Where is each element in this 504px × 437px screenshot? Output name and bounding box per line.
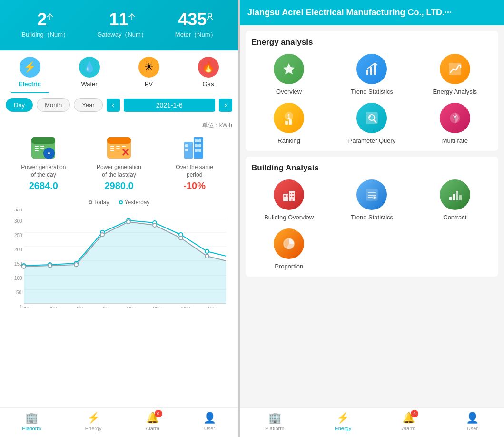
left-nav-alarm[interactable]: 🔔 0 Alarm — [146, 412, 159, 431]
year-button[interactable]: Year — [74, 98, 102, 112]
svg-rect-14 — [110, 148, 114, 149]
date-display: 2021-1-6 — [124, 99, 215, 112]
svg-rect-72 — [366, 70, 368, 75]
svg-rect-103 — [449, 197, 452, 200]
svg-rect-91 — [290, 193, 291, 194]
right-header-title: Jiangsu Acrel Electrical Manufacturing C… — [247, 8, 452, 18]
right-nav-user[interactable]: 👤 User — [466, 412, 479, 431]
menu-parameter-query[interactable]: Parameter Query — [334, 103, 409, 144]
svg-rect-24 — [185, 149, 188, 151]
multi-rate-icon: ¥ — [440, 103, 470, 133]
building-label: Building（Num） — [21, 30, 69, 39]
svg-text:0时: 0时 — [24, 307, 31, 308]
chart-svg: 0 50 100 150 200 250 300 350 — [6, 209, 232, 308]
building-analysis-title: Building Analysis — [251, 163, 493, 173]
period-label: Over the sameperiod — [157, 164, 232, 179]
left-nav-platform[interactable]: 🏢 Platlorm — [22, 412, 41, 431]
svg-rect-25 — [195, 139, 198, 142]
svg-text:350: 350 — [14, 209, 22, 212]
lastday-label: Power generationof the lastday — [81, 164, 157, 179]
svg-rect-29 — [195, 149, 198, 152]
today-value: 2684.0 — [6, 180, 81, 191]
gas-icon: 🔥 — [198, 57, 219, 78]
energy-analysis-label: Energy Analysis — [433, 88, 477, 95]
right-bottom-nav: 🏢 Platlorm ⚡ Energy 🔔 0 Alarm 👤 User — [240, 407, 504, 437]
day-button[interactable]: Day — [6, 98, 33, 112]
svg-text:100: 100 — [14, 276, 22, 281]
pv-label: PV — [145, 80, 153, 88]
energy-type-row: ⚡ Electric 💧 Water ☀ PV 🔥 Gas — [0, 50, 238, 93]
menu-multi-rate[interactable]: ¥ Multi-rate — [417, 103, 493, 144]
right-platform-icon: 🏢 — [268, 412, 281, 424]
svg-text:200: 200 — [14, 247, 22, 252]
svg-text:50: 50 — [16, 290, 22, 295]
svg-rect-74 — [374, 64, 376, 75]
multi-rate-label: Multi-rate — [442, 137, 468, 144]
right-user-label: User — [467, 426, 478, 431]
menu-overview[interactable]: Overview — [251, 54, 326, 95]
today-calendar-icon: • — [29, 132, 58, 161]
electric-icon: ⚡ — [20, 57, 40, 78]
legend-today: Today — [89, 199, 109, 206]
trend-statistics-icon — [356, 54, 387, 84]
svg-point-61 — [205, 249, 209, 253]
svg-rect-13 — [110, 146, 114, 147]
energy-type-gas[interactable]: 🔥 Gas — [189, 57, 227, 93]
unit-label: 单位：kW·h — [6, 121, 232, 129]
right-panel: Jiangsu Acrel Electrical Manufacturing C… — [240, 0, 504, 437]
building-analysis-card: Building Analysis — [246, 157, 498, 277]
menu-ranking[interactable]: 1 Ranking — [251, 103, 326, 144]
svg-rect-93 — [290, 196, 291, 197]
left-header: 2个 Building（Num） 11个 Gateway（Num） 435只 M… — [0, 0, 238, 50]
svg-rect-95 — [291, 199, 293, 201]
svg-rect-9 — [40, 148, 44, 149]
contrast-label: Contrast — [443, 214, 466, 221]
svg-point-64 — [48, 264, 52, 268]
menu-proportion[interactable]: Proportion — [251, 228, 326, 270]
power-card-lastday: Power generationof the lastday 2980.0 — [81, 132, 157, 191]
svg-text:3时: 3时 — [50, 307, 58, 308]
menu-contrast[interactable]: Contrast — [417, 179, 493, 221]
energy-type-pv[interactable]: ☀ PV — [130, 57, 168, 93]
gateway-stat: 11个 Gateway（Num） — [97, 10, 147, 39]
chart-container: Today Yesterday 0 50 100 150 200 250 300 — [0, 195, 238, 407]
left-nav-energy[interactable]: ⚡ Energy — [85, 412, 102, 431]
left-nav-user[interactable]: 👤 User — [203, 412, 216, 431]
energy-icon: ⚡ — [87, 412, 100, 424]
chart-legend: Today Yesterday — [6, 199, 232, 206]
menu-building-overview[interactable]: Building Overview — [251, 179, 326, 221]
svg-point-63 — [22, 265, 26, 268]
menu-energy-analysis[interactable]: Energy Analysis — [417, 54, 493, 95]
energy-analysis-icon — [440, 54, 470, 84]
energy-type-water[interactable]: 💧 Water — [70, 57, 109, 93]
proportion-label: Proportion — [275, 263, 303, 270]
right-nav-energy[interactable]: ⚡ Energy — [335, 412, 351, 431]
month-button[interactable]: Month — [37, 98, 70, 112]
date-next-button[interactable]: › — [219, 99, 232, 112]
right-nav-alarm[interactable]: 🔔 0 Alarm — [402, 412, 415, 431]
energy-type-electric[interactable]: ⚡ Electric — [11, 57, 49, 93]
right-nav-platform[interactable]: 🏢 Platlorm — [265, 412, 284, 431]
menu-trend-statistics[interactable]: Trend Statistics — [334, 54, 409, 95]
user-label: User — [204, 426, 215, 431]
meter-number: 435只 — [175, 10, 217, 30]
svg-point-65 — [74, 263, 78, 267]
alarm-label: Alarm — [146, 426, 159, 431]
svg-rect-104 — [453, 194, 455, 200]
svg-text:15时: 15时 — [152, 307, 162, 308]
energy-analysis-card: Energy analysis Overview — [246, 31, 498, 151]
proportion-icon — [274, 228, 304, 259]
pv-icon: ☀ — [138, 57, 159, 78]
date-prev-button[interactable]: ‹ — [107, 99, 120, 112]
gateway-label: Gateway（Num） — [97, 30, 147, 39]
menu-building-trend[interactable]: Trend Statistics — [334, 179, 409, 221]
svg-text:250: 250 — [14, 233, 22, 238]
date-row: Day Month Year ‹ 2021-1-6 › — [0, 93, 238, 117]
meter-label: Meter（Num） — [175, 30, 217, 39]
right-energy-label: Energy — [335, 426, 351, 431]
svg-point-70 — [205, 254, 209, 258]
svg-rect-105 — [456, 191, 458, 200]
today-label: Power generationof the day — [6, 164, 81, 179]
platform-label: Platlorm — [22, 426, 41, 431]
gas-label: Gas — [203, 80, 214, 88]
